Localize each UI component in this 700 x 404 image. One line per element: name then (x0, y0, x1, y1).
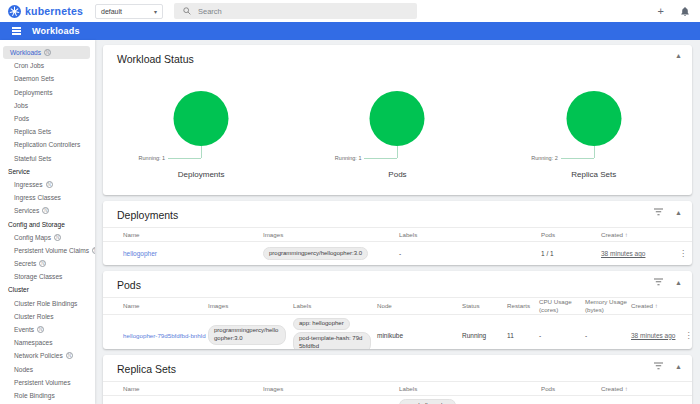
sidebar-item-pods[interactable]: Pods (0, 112, 95, 125)
deployments-pie-chart: Running: 1 Deployments (103, 71, 299, 189)
sidebar-item-persistent-volume-claims[interactable]: Persistent Volume ClaimsN (0, 244, 95, 257)
main-content: Workload Status ▲ Running: 1 Deployments… (95, 40, 700, 404)
pods-card: Pods ▲ Name Images Labels Node Status Re… (103, 271, 692, 349)
sidebar-item-ingresses[interactable]: IngressesN (0, 178, 95, 191)
deployments-table-header: Name Images Labels Pods Created ↑ (103, 227, 692, 242)
column-name[interactable]: Name (123, 302, 208, 310)
replica-sets-pie-running-slice[interactable] (566, 91, 621, 146)
column-cpu-usage: CPU Usage (cores) (539, 298, 585, 314)
top-header: kubernetes default ▾ + (0, 0, 700, 22)
kubernetes-wheel-icon (8, 5, 21, 18)
namespaced-badge: N (42, 207, 49, 214)
column-name[interactable]: Name (123, 385, 263, 393)
search-input[interactable] (198, 7, 368, 16)
pods-table-row: hellogopher-79d5bfdfbd-bnhld programming… (103, 315, 692, 350)
sidebar-section-service: Service (0, 165, 95, 178)
replica-sets-table-header: Name Images Labels Pods Created ↑ (103, 381, 692, 396)
deployments-title: Deployments (103, 201, 692, 227)
sidebar-item-jobs[interactable]: Jobs (0, 99, 95, 112)
sidebar-item-daemon-sets[interactable]: Daemon Sets (0, 72, 95, 85)
workload-status-card: Workload Status ▲ Running: 1 Deployments… (103, 45, 692, 195)
deployments-pie-running-slice[interactable] (174, 91, 229, 146)
row-menu-kebab-icon[interactable]: ⋮ (679, 331, 692, 340)
column-created[interactable]: Created ↑ (631, 302, 674, 310)
sidebar-item-cluster-role-bindings[interactable]: Cluster Role Bindings (0, 297, 95, 310)
deployments-card: Deployments ▲ Name Images Labels Pods Cr… (103, 201, 692, 265)
collapse-card-icon[interactable]: ▲ (675, 209, 682, 216)
deployments-table-row: hellogopher programmingpercy/hellogopher… (103, 242, 692, 265)
label-chip: app: hellogopher (293, 318, 350, 331)
label-chip: app: hellogopher (399, 399, 456, 404)
brand-name: kubernetes (25, 5, 83, 17)
status-cell: Running (462, 332, 507, 339)
image-chip: programmingpercy/hellogopher:3.0 (208, 325, 286, 346)
labels-cell: app: hellogopher pod-template-hash: 79d5… (399, 396, 541, 404)
sidebar-item-network-policies[interactable]: Network PoliciesN (0, 349, 95, 362)
sidebar-item-replica-sets[interactable]: Replica Sets (0, 125, 95, 138)
pods-pie-chart: Running: 1 Pods (299, 71, 495, 189)
sidebar-item-secrets[interactable]: SecretsN (0, 257, 95, 270)
namespaced-badge: N (39, 260, 46, 267)
column-labels: Labels (399, 231, 541, 239)
column-status: Status (462, 302, 507, 310)
cpu-usage-cell: - (539, 332, 585, 339)
memory-usage-cell: - (585, 332, 631, 339)
collapse-card-icon[interactable]: ▲ (675, 363, 682, 370)
sidebar-item-nodes[interactable]: Nodes (0, 363, 95, 376)
notifications-bell-icon[interactable] (680, 6, 690, 17)
sidebar-item-workloads[interactable]: Workloads N (3, 46, 90, 59)
create-resource-plus-icon[interactable]: + (658, 6, 664, 17)
sidebar-item-cron-jobs[interactable]: Cron Jobs (0, 59, 95, 72)
node-cell: minikube (377, 332, 462, 339)
pods-pie-running-slice[interactable] (370, 91, 425, 146)
app-bar: Workloads (0, 22, 700, 40)
sidebar-item-persistent-volumes[interactable]: Persistent Volumes (0, 376, 95, 389)
sidebar-item-ingress-classes[interactable]: Ingress Classes (0, 191, 95, 204)
replica-sets-title: Replica Sets (103, 355, 692, 381)
sidebar-item-replication-controllers[interactable]: Replication Controllers (0, 138, 95, 151)
sidebar-item-cluster-roles[interactable]: Cluster Roles (0, 310, 95, 323)
label-chip: pod-template-hash: 79d5bfdfbd (293, 332, 371, 349)
menu-hamburger-icon[interactable] (12, 27, 21, 34)
sidebar-item-role-bindings[interactable]: Role Bindings (0, 389, 95, 402)
column-labels: Labels (399, 385, 541, 393)
namespace-value: default (101, 8, 122, 15)
sidebar-item-services[interactable]: ServicesN (0, 204, 95, 217)
collapse-card-icon[interactable]: ▲ (675, 52, 682, 59)
pods-table-header: Name Images Labels Node Status Restarts … (103, 297, 692, 315)
deployments-pie-label: Deployments (103, 170, 299, 179)
sidebar-item-deployments[interactable]: Deployments (0, 86, 95, 99)
collapse-card-icon[interactable]: ▲ (675, 279, 682, 286)
column-restarts: Restarts (507, 302, 539, 310)
pods-pie-annotation: Running: 1 (335, 155, 362, 161)
column-pods: Pods (541, 231, 601, 239)
column-images: Images (208, 302, 293, 310)
sidebar-item-stateful-sets[interactable]: Stateful Sets (0, 152, 95, 165)
column-created[interactable]: Created ↑ (601, 385, 674, 393)
column-name[interactable]: Name (123, 231, 263, 239)
deployment-name-link[interactable]: hellogopher (123, 250, 157, 257)
column-labels: Labels (293, 302, 377, 310)
pod-name-link[interactable]: hellogopher-79d5bfdfbd-bnhld (123, 332, 206, 339)
namespace-selector[interactable]: default ▾ (95, 4, 163, 19)
namespaced-badge: N (46, 181, 53, 188)
filter-icon[interactable] (654, 362, 663, 370)
labels-cell: - (399, 250, 541, 257)
sidebar-item-config-maps[interactable]: Config MapsN (0, 231, 95, 244)
column-created[interactable]: Created ↑ (601, 231, 674, 239)
replica-sets-table-row: hellogopher-79d5bfdfbd programmingpercy/… (103, 396, 692, 404)
filter-icon[interactable] (654, 208, 663, 216)
kubernetes-logo[interactable]: kubernetes (0, 5, 88, 18)
row-menu-kebab-icon[interactable]: ⋮ (674, 249, 692, 258)
replica-sets-card: Replica Sets ▲ Name Images Labels Pods C… (103, 355, 692, 404)
header-actions: + (658, 0, 690, 22)
sidebar-item-namespaces[interactable]: Namespaces (0, 336, 95, 349)
search-box[interactable] (174, 3, 417, 19)
pods-title: Pods (103, 271, 692, 297)
sidebar-item-events[interactable]: EventsN (0, 323, 95, 336)
labels-cell: app: hellogopher pod-template-hash: 79d5… (293, 315, 377, 350)
sidebar-item-storage-classes[interactable]: Storage Classes (0, 270, 95, 283)
namespaced-badge: N (44, 49, 51, 56)
workload-status-charts: Running: 1 Deployments Running: 1 Pods R… (103, 71, 692, 189)
filter-icon[interactable] (654, 278, 663, 286)
